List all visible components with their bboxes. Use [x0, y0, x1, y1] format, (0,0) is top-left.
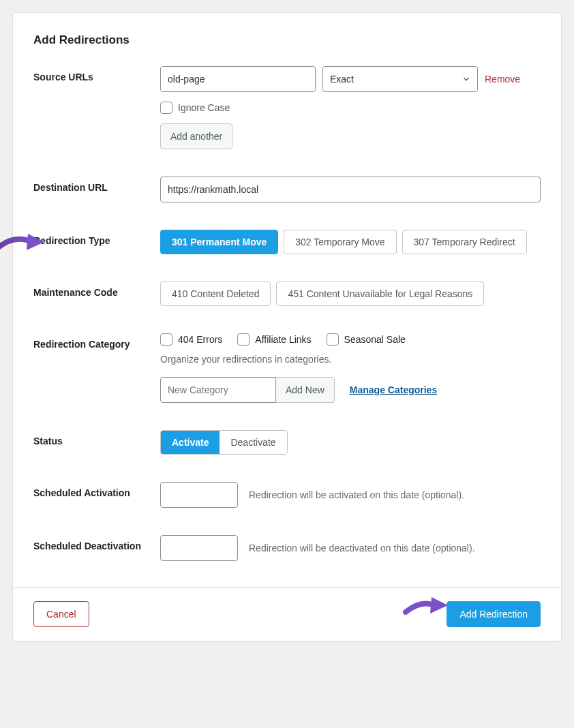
pointer-arrow-icon [403, 593, 452, 620]
status-activate[interactable]: Activate [161, 431, 220, 454]
row-destination: Destination URL [33, 177, 541, 202]
label-status: Status [33, 430, 160, 446]
manage-categories-link[interactable]: Manage Categories [350, 384, 437, 395]
source-match-select[interactable]: Exact [322, 66, 478, 92]
redirect-type-302[interactable]: 302 Temporary Move [284, 230, 396, 254]
add-redirections-panel: Add Redirections Source URLs Exact Remov… [12, 12, 562, 641]
add-new-category-button[interactable]: Add New [276, 377, 335, 403]
scheduled-deactivation-input[interactable] [160, 535, 238, 561]
cancel-button[interactable]: Cancel [33, 601, 89, 627]
ignore-case-label: Ignore Case [178, 102, 230, 113]
row-scheduled-activation: Scheduled Activation Redirection will be… [33, 482, 541, 508]
label-destination: Destination URL [33, 177, 160, 193]
status-toggle: Activate Deactivate [160, 430, 288, 455]
category-seasonal-checkbox[interactable] [327, 333, 339, 346]
category-404-label: 404 Errors [178, 334, 222, 345]
row-redirection-type: Redirection Type 301 Permanent Move 302 … [33, 230, 541, 254]
row-source-urls: Source URLs Exact Remove Ignore Case [33, 66, 541, 149]
category-help-text: Organize your redirections in categories… [160, 354, 541, 365]
scheduled-activation-input[interactable] [160, 482, 238, 508]
redirect-type-307[interactable]: 307 Temporary Redirect [402, 230, 527, 254]
label-source-urls: Source URLs [33, 66, 160, 82]
category-404-checkbox[interactable] [160, 333, 172, 346]
panel-footer: Cancel Add Redirection [13, 587, 561, 641]
row-maintenance: Maintenance Code 410 Content Deleted 451… [33, 282, 541, 306]
redirect-type-301[interactable]: 301 Permanent Move [160, 230, 278, 254]
status-deactivate[interactable]: Deactivate [220, 431, 286, 454]
add-another-source-button[interactable]: Add another [160, 123, 232, 149]
label-scheduled-activation: Scheduled Activation [33, 482, 160, 498]
label-category: Redirection Category [33, 333, 160, 350]
ignore-case-checkbox[interactable] [160, 102, 172, 114]
remove-source-link[interactable]: Remove [485, 74, 520, 85]
source-url-input[interactable] [160, 66, 316, 92]
content-source-urls: Exact Remove Ignore Case Add another [160, 66, 541, 149]
maintenance-410[interactable]: 410 Content Deleted [160, 282, 271, 306]
scheduled-deactivation-hint: Redirection will be deactivated on this … [249, 543, 475, 553]
scheduled-activation-hint: Redirection will be activated on this da… [249, 489, 464, 500]
panel-body: Add Redirections Source URLs Exact Remov… [13, 13, 561, 587]
add-redirection-button[interactable]: Add Redirection [447, 601, 541, 627]
destination-url-input[interactable] [160, 177, 541, 202]
category-seasonal-label: Seasonal Sale [344, 334, 406, 345]
label-maintenance: Maintenance Code [33, 282, 160, 298]
category-affiliate-checkbox[interactable] [237, 333, 250, 346]
category-affiliate-label: Affiliate Links [255, 334, 311, 345]
page-title: Add Redirections [33, 33, 541, 47]
new-category-input[interactable] [160, 377, 276, 403]
row-scheduled-deactivation: Scheduled Deactivation Redirection will … [33, 535, 541, 561]
maintenance-451[interactable]: 451 Content Unavailable for Legal Reason… [276, 282, 484, 306]
row-category: Redirection Category 404 Errors Affiliat… [33, 333, 541, 403]
label-redirection-type: Redirection Type [33, 230, 160, 246]
label-scheduled-deactivation: Scheduled Deactivation [33, 535, 160, 551]
row-status: Status Activate Deactivate [33, 430, 541, 455]
